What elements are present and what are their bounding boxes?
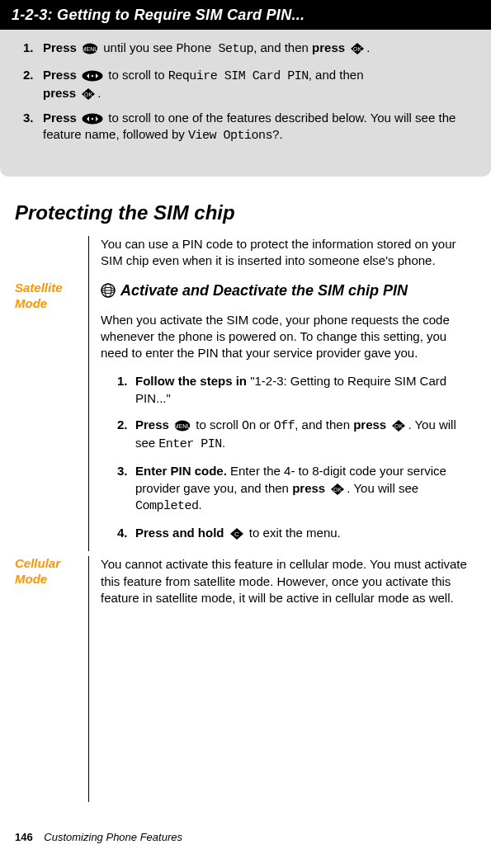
satellite-label: Satellite Mode — [15, 281, 82, 312]
sat4-b: to exit the menu. — [246, 526, 341, 540]
satellite-row: Satellite Mode Activate and Deactivate t… — [0, 281, 491, 551]
step-number: 4. — [117, 525, 128, 541]
sat2-press: Press — [135, 417, 172, 432]
step3-lcd: View Options? — [188, 129, 280, 143]
page-footer: 146 Customizing Phone Features — [15, 830, 182, 845]
step2-press2: press — [43, 86, 79, 100]
svg-text:OK: OK — [84, 92, 92, 97]
step1-text-d: . — [366, 40, 370, 54]
sat-step-4: 4. Press and hold C to exit the menu. — [117, 525, 468, 541]
step-number: 1. — [117, 373, 128, 389]
step-number: 3. — [117, 463, 128, 479]
sat-step-2: 2. Press MENU to scroll On or Off, and t… — [117, 417, 468, 454]
page-number: 146 — [15, 831, 33, 843]
sat2-on: On — [242, 419, 256, 433]
step3-text-c: . — [279, 127, 282, 141]
sat2-lcd: Enter PIN — [158, 437, 222, 451]
satellite-subhead: Activate and Deactivate the SIM chip PIN — [101, 281, 468, 303]
header-title: 1-2-3: Getting to Require SIM Card PIN..… — [12, 7, 305, 23]
right-column: You can use a PIN code to protect the in… — [89, 236, 491, 281]
step-1: 1. Press MENU until you see Phone Setup,… — [23, 40, 474, 58]
sat2-b: to scroll — [192, 417, 242, 432]
sat4-a: Press and hold — [135, 526, 228, 540]
header-bar: 1-2-3: Getting to Require SIM Card PIN..… — [0, 0, 491, 30]
sat1-a: Follow the steps in — [135, 374, 250, 388]
svg-text:C: C — [234, 531, 239, 538]
ok-icon: OK — [391, 419, 406, 432]
ok-icon: OK — [330, 483, 345, 496]
svg-text:MENU: MENU — [174, 423, 191, 429]
step-number: 1. — [23, 40, 34, 56]
sat2-e: . — [222, 436, 225, 450]
svg-text:OK: OK — [333, 487, 342, 493]
step2-text-b: to scroll to — [105, 68, 168, 82]
sat2-or: or — [256, 417, 274, 432]
step-number: 2. — [23, 67, 34, 83]
c-button-icon: C — [229, 527, 244, 540]
menu-icon: MENU — [174, 420, 191, 432]
sat3-lcd: Completed — [135, 499, 199, 513]
step-2: 2. Press to scroll to Require SIM Card P… — [23, 67, 474, 102]
step1-text-c: , and then — [253, 40, 312, 54]
step1-text-b: until you see — [100, 40, 177, 54]
left-column: Cellular Mode — [0, 556, 89, 802]
step1-lcd: Phone Setup — [177, 42, 254, 56]
svg-text:MENU: MENU — [82, 46, 98, 52]
step3-press: Press — [43, 111, 80, 125]
sat3-a: Enter PIN code. — [135, 464, 227, 478]
ok-icon: OK — [81, 87, 96, 101]
sat2-press2: press — [353, 417, 389, 432]
sat2-c: , and then — [295, 417, 353, 432]
svg-text:OK: OK — [394, 423, 403, 429]
sat3-c: . You will see — [347, 481, 418, 495]
globe-icon — [101, 283, 116, 303]
subhead-text: Activate and Deactivate the SIM chip PIN — [120, 281, 408, 300]
step2-text-d: . — [97, 86, 101, 100]
svg-text:OK: OK — [353, 46, 361, 52]
menu-icon: MENU — [82, 43, 98, 54]
svg-point-4 — [92, 74, 93, 76]
step2-text-c: , and then — [309, 68, 364, 82]
step-number: 3. — [23, 110, 34, 126]
step-number: 2. — [117, 417, 128, 433]
section-title: Protecting the SIM chip — [15, 200, 491, 226]
cellular-para: You cannot activate this feature in cell… — [101, 556, 468, 606]
scroll-icon — [82, 70, 103, 82]
cellular-row: Cellular Mode You cannot activate this f… — [0, 556, 491, 802]
left-column: Satellite Mode — [0, 281, 89, 551]
step2-lcd: Require SIM Card PIN — [168, 69, 309, 83]
steps-box: 1. Press MENU until you see Phone Setup,… — [0, 30, 491, 176]
satellite-para: When you activate the SIM code, your pho… — [101, 312, 468, 362]
svg-point-7 — [92, 118, 93, 120]
chapter-name: Customizing Phone Features — [44, 831, 182, 843]
right-column: Activate and Deactivate the SIM chip PIN… — [89, 281, 491, 551]
cellular-label: Cellular Mode — [15, 556, 82, 587]
step1-press: Press — [43, 40, 80, 54]
step1-press2: press — [312, 40, 348, 54]
sat3-press: press — [292, 481, 328, 495]
left-column — [0, 236, 89, 281]
step-3: 3. Press to scroll to one of the feature… — [23, 110, 474, 145]
scroll-icon — [82, 113, 103, 125]
right-column: You cannot activate this feature in cell… — [89, 556, 491, 802]
two-column-layout: You can use a PIN code to protect the in… — [0, 236, 491, 281]
sat2-off: Off — [274, 419, 295, 433]
intro-text: You can use a PIN code to protect the in… — [101, 236, 468, 270]
sat-step-1: 1. Follow the steps in "1-2-3: Getting t… — [117, 373, 468, 407]
sat-step-3: 3. Enter PIN code. Enter the 4- to 8-dig… — [117, 463, 468, 515]
sat3-d: . — [199, 498, 202, 512]
satellite-steps: 1. Follow the steps in "1-2-3: Getting t… — [117, 373, 468, 541]
step2-press: Press — [43, 68, 80, 82]
ok-icon: OK — [350, 42, 365, 55]
